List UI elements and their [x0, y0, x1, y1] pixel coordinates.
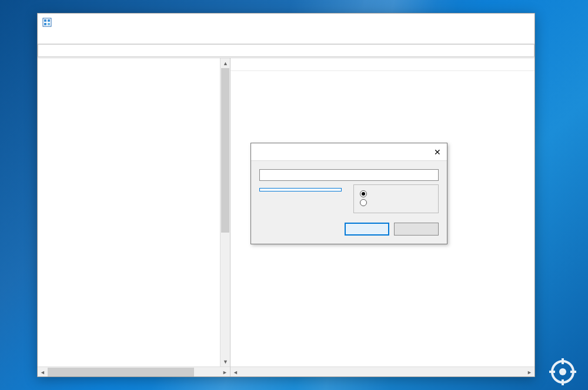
- regedit-icon: [42, 18, 52, 27]
- menu-view[interactable]: [64, 36, 75, 39]
- minimize-button[interactable]: [453, 14, 480, 31]
- scroll-left-icon[interactable]: ◄: [230, 367, 240, 376]
- scroll-right-icon[interactable]: ►: [524, 367, 534, 376]
- scroll-up-icon[interactable]: ▲: [220, 58, 230, 68]
- dialog-body: [251, 161, 447, 244]
- titlebar[interactable]: [38, 14, 534, 31]
- close-button[interactable]: [507, 14, 534, 31]
- edit-dword-dialog: ✕: [250, 143, 447, 244]
- scroll-right-icon[interactable]: ►: [220, 367, 230, 376]
- radio-icon: [360, 199, 367, 206]
- address-bar[interactable]: [38, 44, 534, 57]
- window-controls: [453, 14, 534, 31]
- scroll-left-icon[interactable]: ◄: [38, 367, 48, 376]
- tree-scrollbar-vertical[interactable]: ▲ ▼: [220, 58, 230, 367]
- ok-button[interactable]: [345, 223, 389, 236]
- radio-hexadecimal[interactable]: [360, 190, 433, 197]
- watermark-target-icon: [549, 358, 576, 385]
- menu-favorites[interactable]: [75, 36, 87, 39]
- tree-scrollbar-horizontal[interactable]: ◄ ►: [38, 367, 230, 376]
- svg-rect-4: [48, 23, 50, 25]
- scroll-thumb[interactable]: [221, 68, 229, 233]
- value-name-field[interactable]: [259, 169, 439, 181]
- svg-rect-1: [44, 19, 46, 22]
- tree-pane: ▲ ▼ ◄ ►: [38, 58, 230, 376]
- tree-view[interactable]: [38, 58, 230, 367]
- radio-decimal[interactable]: [360, 199, 433, 206]
- base-groupbox: [353, 184, 439, 213]
- scroll-thumb-h[interactable]: [48, 368, 194, 376]
- menu-help[interactable]: [87, 36, 99, 39]
- dialog-titlebar[interactable]: ✕: [251, 143, 447, 161]
- radio-icon: [360, 190, 367, 197]
- dialog-close-button[interactable]: ✕: [423, 147, 441, 157]
- list-header[interactable]: [230, 58, 534, 71]
- menu-file[interactable]: [40, 36, 52, 39]
- svg-rect-2: [48, 19, 50, 22]
- scroll-down-icon[interactable]: ▼: [220, 357, 230, 367]
- svg-rect-3: [44, 23, 46, 25]
- svg-point-6: [559, 368, 566, 375]
- cancel-button[interactable]: [394, 223, 439, 236]
- maximize-button[interactable]: [480, 14, 507, 31]
- dialog-button-row: [259, 223, 439, 236]
- menu-edit[interactable]: [52, 36, 64, 39]
- list-scrollbar-horizontal[interactable]: ◄ ►: [230, 367, 534, 376]
- menubar: [38, 31, 534, 44]
- value-data-field[interactable]: [259, 188, 342, 191]
- watermark-logo: [548, 358, 577, 385]
